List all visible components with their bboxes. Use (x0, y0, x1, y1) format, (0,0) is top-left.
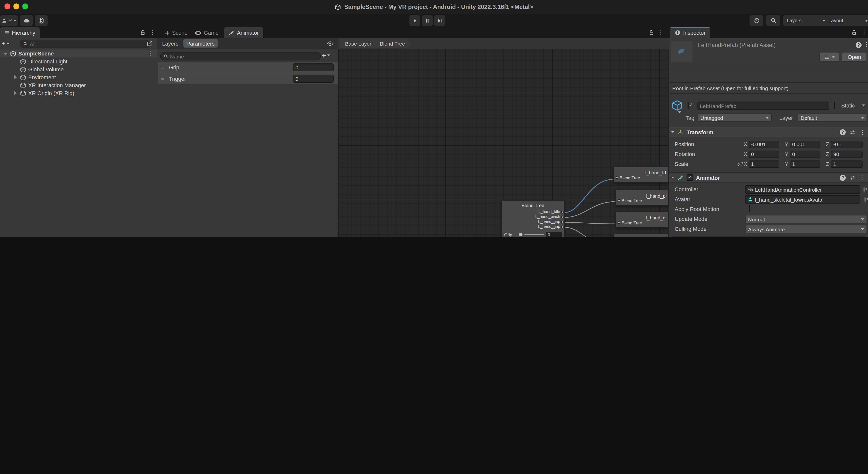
motion-node[interactable]: l_hand_g Blend Tree (615, 211, 669, 228)
hierarchy-search-input[interactable]: All (20, 40, 150, 48)
parameter-row[interactable]: = Grip 0 (158, 62, 338, 73)
lock-icon[interactable] (648, 30, 654, 36)
kebab-menu-icon[interactable]: ⋮ (860, 129, 866, 135)
animator-enabled-checkbox[interactable] (687, 174, 693, 181)
update-mode-dropdown[interactable]: Normal (745, 215, 867, 224)
open-new-window-icon[interactable] (147, 40, 153, 46)
hierarchy-item[interactable]: XR Origin (XR Rig) (0, 89, 157, 97)
layers-dropdown[interactable]: Layers (783, 15, 829, 26)
pause-button[interactable] (422, 15, 433, 26)
kebab-menu-icon[interactable]: ⋮ (860, 175, 866, 180)
input-port-icon[interactable] (616, 176, 618, 179)
kebab-menu-icon[interactable]: ⋮ (150, 29, 156, 35)
input-port-icon[interactable] (618, 199, 620, 202)
presets-icon[interactable] (850, 129, 856, 135)
add-parameter-button[interactable]: + (322, 51, 330, 60)
output-port-icon[interactable] (561, 226, 564, 228)
play-button[interactable] (409, 15, 421, 26)
controller-object-field[interactable]: LeftHandAnimationController (745, 185, 860, 194)
gameobject-active-checkbox[interactable] (687, 102, 688, 109)
cloud-services-button[interactable] (20, 15, 33, 26)
collapse-arrow-icon[interactable] (3, 50, 8, 57)
tab-layers[interactable]: Layers (159, 39, 181, 47)
motion-node[interactable]: l_hand_gr Blend Tree (613, 234, 669, 237)
lock-icon[interactable] (140, 30, 146, 36)
drag-handle-icon[interactable]: = (161, 65, 164, 70)
hierarchy-item[interactable]: Directional Light (0, 58, 157, 65)
position-z-field[interactable]: -0.1 (831, 140, 863, 148)
gameobject-name-field[interactable]: LeftHandPrefab (698, 102, 829, 110)
tab-scene[interactable]: Scene (160, 27, 192, 38)
parameter-value-field[interactable]: 0 (293, 75, 334, 83)
object-picker-icon[interactable] (865, 196, 866, 203)
tab-animator[interactable]: Animator (224, 27, 263, 38)
static-checkbox[interactable] (834, 102, 835, 109)
layer-dropdown[interactable]: Default (798, 113, 867, 122)
open-prefab-button[interactable]: Open (842, 52, 867, 62)
transform-header[interactable]: Transform ? ⋮ (669, 127, 868, 137)
scale-y-field[interactable]: 1 (790, 160, 820, 168)
parameter-value-field[interactable]: 0 (293, 63, 334, 71)
eye-icon[interactable] (327, 40, 334, 47)
kebab-menu-icon[interactable]: ⋮ (658, 29, 664, 35)
account-button[interactable]: P (0, 15, 18, 26)
slider-track[interactable] (524, 234, 544, 235)
lock-icon[interactable] (851, 30, 857, 36)
avatar-object-field[interactable]: l_hand_skeletal_lowresAvatar (745, 195, 860, 204)
slider-value-field[interactable]: 0 (546, 232, 562, 237)
static-dropdown-icon[interactable] (862, 104, 865, 106)
drag-handle-icon[interactable]: = (161, 76, 164, 81)
tab-game[interactable]: Game (190, 27, 223, 38)
tab-inspector[interactable]: Inspector (670, 27, 710, 38)
help-icon[interactable]: ? (840, 175, 846, 180)
culling-mode-dropdown[interactable]: Always Animate (745, 225, 867, 233)
rotation-x-field[interactable]: 0 (748, 150, 779, 158)
help-icon[interactable]: ? (840, 129, 846, 135)
rotation-z-field[interactable]: 90 (831, 150, 863, 158)
minimize-window-button[interactable] (13, 3, 19, 9)
tag-dropdown[interactable]: Untagged (698, 113, 772, 122)
motion-node[interactable]: l_hand_Id Blend Tree (613, 166, 669, 183)
output-port-icon[interactable] (561, 216, 564, 218)
expand-arrow-icon[interactable] (13, 90, 18, 96)
hierarchy-item[interactable]: Enviroment (0, 73, 157, 81)
scale-x-field[interactable]: 1 (748, 160, 779, 168)
input-port-icon[interactable] (618, 222, 620, 224)
parameter-search-input[interactable]: Name (160, 52, 321, 60)
global-search-button[interactable] (766, 15, 780, 26)
link-broken-icon[interactable] (737, 161, 744, 167)
blend-tree-node[interactable]: Blend Tree L_hand_Idle L_hand_pinch L_ha… (501, 200, 565, 237)
slider-knob[interactable] (519, 233, 523, 236)
layout-dropdown[interactable]: Layout (825, 15, 868, 26)
foldout-arrow-icon[interactable] (671, 177, 674, 178)
expand-arrow-icon[interactable] (13, 74, 18, 80)
close-window-button[interactable] (4, 3, 10, 9)
properties-list-button[interactable] (819, 52, 839, 62)
apply-root-motion-checkbox[interactable] (749, 205, 750, 212)
kebab-menu-icon[interactable]: ⋮ (864, 42, 868, 47)
tab-hierarchy[interactable]: Hierarchy (0, 27, 40, 38)
hierarchy-item[interactable]: XR Interaction Manager (0, 81, 157, 89)
hierarchy-create-button[interactable]: + (2, 40, 9, 47)
parameter-row[interactable]: = Trigger 0 (158, 73, 338, 84)
hierarchy-item[interactable]: Global Volume (0, 65, 157, 73)
animator-graph[interactable]: Base Layer Blend Tree Blend Tree L_hand_… (338, 38, 669, 237)
output-port-icon[interactable] (561, 211, 564, 213)
output-port-icon[interactable] (561, 221, 564, 223)
step-button[interactable] (434, 15, 445, 26)
help-icon[interactable]: ? (856, 42, 862, 48)
version-control-button[interactable]: D (35, 15, 48, 26)
rotation-y-field[interactable]: 0 (790, 150, 820, 158)
tab-parameters[interactable]: Parameters (183, 39, 218, 47)
hierarchy-scene-row[interactable]: SampleScene ⋮ (0, 49, 157, 58)
position-y-field[interactable]: 0.001 (790, 140, 820, 148)
motion-node[interactable]: l_hand_pi Blend Tree (615, 190, 669, 206)
zoom-window-button[interactable] (22, 3, 28, 9)
position-x-field[interactable]: -0.001 (748, 140, 779, 148)
kebab-menu-icon[interactable]: ⋮ (861, 29, 867, 35)
kebab-menu-icon[interactable]: ⋮ (147, 50, 153, 57)
object-picker-icon[interactable] (864, 186, 865, 193)
presets-icon[interactable] (850, 175, 856, 180)
undo-history-button[interactable] (749, 15, 764, 26)
scale-z-field[interactable]: 1 (831, 160, 863, 168)
